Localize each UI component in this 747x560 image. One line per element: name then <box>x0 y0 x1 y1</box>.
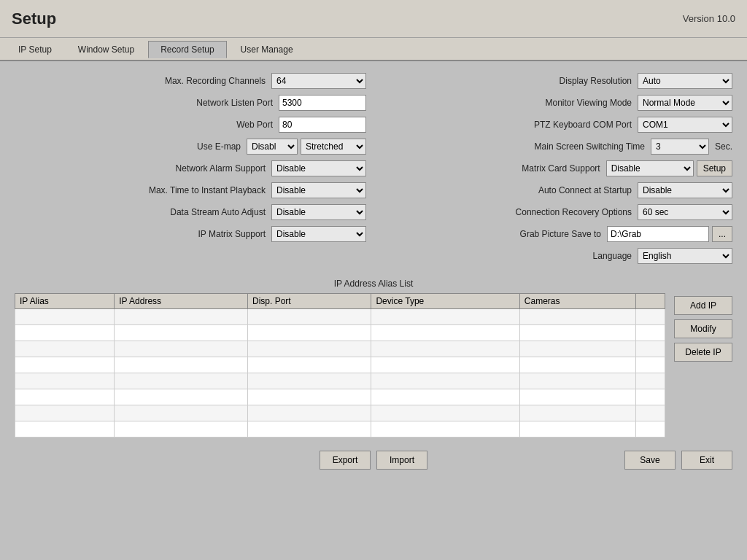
display-resolution-row: Display Resolution Auto1024x7681280x1024 <box>381 73 732 89</box>
matrix-card-support-row: Matrix Card Support DisableEnable Setup <box>381 160 732 176</box>
table-row <box>15 373 665 389</box>
language-row: Language EnglishChineseKorean <box>381 248 732 264</box>
bottom-center-buttons: Export Import <box>320 451 427 470</box>
emap-select2[interactable]: StretchedNormal <box>301 139 366 155</box>
network-listen-port-input[interactable] <box>279 95 366 111</box>
matrix-card-setup-button[interactable]: Setup <box>697 160 732 176</box>
col-device-type: Device Type <box>371 294 519 309</box>
col-ip-alias: IP Alias <box>15 294 115 309</box>
tab-user-manage[interactable]: User Manage <box>228 41 306 58</box>
title-bar: Setup Version 10.0 <box>0 0 747 38</box>
ptz-keyboard-com-port-select[interactable]: COM1COM2COM3COM4 <box>638 117 732 133</box>
form-section: Max. Recording Channels 6432168 Network … <box>15 73 732 270</box>
tab-bar: IP Setup Window Setup Record Setup User … <box>0 38 747 61</box>
alias-layout: IP Alias IP Address Disp. Port Device Ty… <box>15 293 732 438</box>
max-recording-channels-label: Max. Recording Channels <box>165 76 266 86</box>
bottom-bar: Export Import Save Exit <box>15 448 732 472</box>
add-ip-button[interactable]: Add IP <box>674 296 732 315</box>
ip-matrix-support-row: IP Matrix Support DisableEnable <box>15 226 366 242</box>
col-cameras: Cameras <box>519 294 635 309</box>
max-recording-channels-row: Max. Recording Channels 6432168 <box>15 73 366 89</box>
main-content: Max. Recording Channels 6432168 Network … <box>0 61 747 560</box>
grab-picture-save-to-row: Grab Picture Save to ... <box>381 226 732 242</box>
table-row <box>15 421 665 438</box>
display-resolution-label: Display Resolution <box>544 76 632 86</box>
data-stream-auto-adjust-row: Data Stream Auto Adjust DisableEnable <box>15 204 366 220</box>
display-resolution-select[interactable]: Auto1024x7681280x1024 <box>638 73 732 89</box>
alias-buttons: Add IP Modify Delete IP <box>674 293 732 362</box>
table-row <box>15 325 665 341</box>
left-column: Max. Recording Channels 6432168 Network … <box>15 73 366 270</box>
connection-recovery-options-row: Connection Recovery Options 60 sec30 sec… <box>381 204 732 220</box>
monitor-viewing-mode-select[interactable]: Normal ModeFull Screen <box>638 95 732 111</box>
version-label: Version 10.0 <box>683 13 735 24</box>
max-time-instant-playback-label: Max. Time to Instant Playback <box>149 185 266 195</box>
use-emap-label: Use E-map <box>153 141 241 152</box>
ptz-keyboard-com-port-label: PTZ Keyboard COM Port <box>534 120 632 130</box>
save-button[interactable]: Save <box>624 451 676 470</box>
alias-table: IP Alias IP Address Disp. Port Device Ty… <box>15 293 665 438</box>
web-port-row: Web Port <box>15 117 366 133</box>
language-select[interactable]: EnglishChineseKorean <box>638 248 732 264</box>
table-row <box>15 341 665 357</box>
grab-controls: ... <box>607 226 732 242</box>
tab-record-setup[interactable]: Record Setup <box>148 41 226 58</box>
emap-controls: DisablEnable StretchedNormal <box>247 139 366 155</box>
auto-connect-startup-row: Auto Connect at Startup DisableEnable <box>381 182 732 198</box>
network-alarm-support-label: Network Alarm Support <box>176 163 266 174</box>
table-row <box>15 357 665 373</box>
delete-ip-button[interactable]: Delete IP <box>674 343 732 362</box>
exit-button[interactable]: Exit <box>681 451 732 470</box>
ptz-keyboard-com-port-row: PTZ Keyboard COM Port COM1COM2COM3COM4 <box>381 117 732 133</box>
auto-connect-startup-label: Auto Connect at Startup <box>538 185 632 195</box>
network-alarm-support-row: Network Alarm Support DisableEnable <box>15 160 366 176</box>
network-listen-port-label: Network Listen Port <box>185 98 273 108</box>
use-emap-row: Use E-map DisablEnable StretchedNormal <box>15 139 366 155</box>
matrix-card-support-select[interactable]: DisableEnable <box>606 160 694 176</box>
app-title: Setup <box>12 9 56 28</box>
web-port-input[interactable] <box>279 117 366 133</box>
web-port-label: Web Port <box>185 120 273 130</box>
tab-window-setup[interactable]: Window Setup <box>66 41 147 58</box>
col-ip-address: IP Address <box>115 294 248 309</box>
import-button[interactable]: Import <box>376 451 427 470</box>
main-screen-switching-time-label: Main Screen Switching Time <box>535 141 645 152</box>
sec-unit-label: Sec. <box>715 141 732 152</box>
alias-section: IP Address Alias List IP Alias IP Addres… <box>15 279 732 438</box>
table-row <box>15 405 665 421</box>
col-extra <box>636 294 665 309</box>
language-label: Language <box>544 251 632 261</box>
table-row <box>15 389 665 405</box>
max-recording-channels-select[interactable]: 6432168 <box>271 73 366 89</box>
data-stream-auto-adjust-select[interactable]: DisableEnable <box>271 204 366 220</box>
connection-recovery-options-label: Connection Recovery Options <box>516 207 632 217</box>
bottom-right-buttons: Save Exit <box>427 451 732 470</box>
connection-recovery-options-select[interactable]: 60 sec30 sec120 sec <box>638 204 732 220</box>
modify-button[interactable]: Modify <box>674 319 732 338</box>
max-time-instant-playback-select[interactable]: DisableEnable <box>271 182 366 198</box>
main-screen-switching-time-select[interactable]: 35101530 <box>651 139 709 155</box>
tab-ip-setup[interactable]: IP Setup <box>6 41 64 58</box>
monitor-viewing-mode-label: Monitor Viewing Mode <box>544 98 632 108</box>
grab-picture-save-to-label: Grab Picture Save to <box>514 229 601 239</box>
max-time-instant-playback-row: Max. Time to Instant Playback DisableEna… <box>15 182 366 198</box>
alias-table-wrap: IP Alias IP Address Disp. Port Device Ty… <box>15 293 665 438</box>
ip-matrix-support-select[interactable]: DisableEnable <box>271 226 366 242</box>
right-column: Display Resolution Auto1024x7681280x1024… <box>381 73 732 270</box>
network-listen-port-row: Network Listen Port <box>15 95 366 111</box>
emap-select1[interactable]: DisablEnable <box>247 139 298 155</box>
matrix-card-support-label: Matrix Card Support <box>513 163 600 174</box>
col-disp-port: Disp. Port <box>247 294 371 309</box>
data-stream-auto-adjust-label: Data Stream Auto Adjust <box>170 207 266 217</box>
export-button[interactable]: Export <box>320 451 371 470</box>
table-row <box>15 309 665 325</box>
auto-connect-startup-select[interactable]: DisableEnable <box>638 182 732 198</box>
ip-matrix-support-label: IP Matrix Support <box>178 229 266 239</box>
grab-picture-path-input[interactable] <box>607 226 709 242</box>
main-screen-switching-time-row: Main Screen Switching Time 35101530 Sec. <box>381 139 732 155</box>
browse-button[interactable]: ... <box>712 226 732 242</box>
alias-list-title: IP Address Alias List <box>15 279 732 289</box>
network-alarm-support-select[interactable]: DisableEnable <box>271 160 366 176</box>
monitor-viewing-mode-row: Monitor Viewing Mode Normal ModeFull Scr… <box>381 95 732 111</box>
